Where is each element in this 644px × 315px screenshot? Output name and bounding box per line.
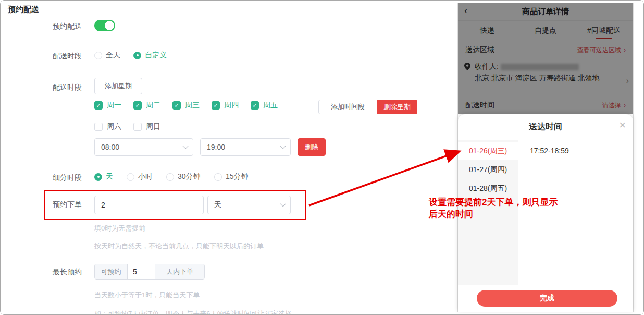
modal-backdrop[interactable]: [458, 3, 633, 114]
end-time-select[interactable]: 19:00: [200, 138, 291, 156]
toggle-knob-icon: [105, 21, 114, 30]
max-booking-prefix: 可预约: [95, 264, 127, 279]
advance-hint-1: 填0时为无需提前: [94, 224, 145, 233]
advance-hint-2: 按天时为自然天，不论当前几点，只能下明天以后的订单: [94, 241, 264, 251]
checkbox-unchecked-icon: [94, 123, 103, 131]
weekday-label: 周二: [146, 101, 160, 110]
reservation-toggle[interactable]: [94, 20, 115, 31]
timeslot-option[interactable]: 17:52-18:59: [530, 147, 569, 155]
checkbox-checked-icon: ✓: [212, 101, 220, 110]
checkbox-checked-icon: ✓: [251, 101, 259, 110]
weekday-checkbox[interactable]: ✓ 周二: [133, 101, 160, 110]
weekday-label: 周五: [263, 101, 278, 110]
end-time-value: 19:00: [207, 143, 225, 151]
weekday-label: 周四: [224, 101, 239, 110]
date-option[interactable]: 01-27(周四): [458, 161, 518, 179]
radio-all-day[interactable]: 全天: [94, 51, 120, 60]
done-button[interactable]: 完成: [477, 290, 617, 307]
radio-off-icon: [214, 173, 222, 181]
app-window: 预约配送 预约配送 配送时段 全天 自定义 配送时段 添加星期 ✓ 周一 ✓ 周…: [0, 0, 644, 315]
week-section-label: 配送时段: [53, 83, 82, 92]
radio-off-icon: [166, 173, 174, 181]
chevron-down-icon: [280, 201, 286, 207]
radio-label: 全天: [106, 51, 120, 60]
checkbox-checked-icon: ✓: [133, 101, 142, 110]
radio-label: 30分钟: [178, 172, 201, 181]
radio-custom[interactable]: 自定义: [133, 51, 167, 60]
max-booking-group: 可预约 天内下单: [94, 264, 205, 280]
checkbox-checked-icon: ✓: [94, 101, 103, 110]
radio-on-icon: [94, 173, 102, 181]
add-week-button[interactable]: 添加星期: [94, 78, 142, 94]
chevron-down-icon: [182, 143, 188, 149]
radio-on-icon: [133, 52, 141, 59]
radio-15min[interactable]: 15分钟: [214, 172, 249, 181]
settings-panel: 预约配送 预约配送 配送时段 全天 自定义 配送时段 添加星期 ✓ 周一 ✓ 周…: [1, 1, 457, 315]
max-booking-label: 最长预约: [53, 268, 82, 277]
advance-order-label: 预约下单: [53, 200, 82, 210]
advance-unit-value: 天: [214, 200, 221, 210]
add-timeslot-button[interactable]: 添加时间段: [318, 100, 377, 114]
weekday-label: 周六: [107, 122, 121, 131]
checkbox-unchecked-icon: [133, 123, 142, 131]
delete-week-button[interactable]: 删除星期: [377, 100, 417, 114]
date-option-selected[interactable]: 01-26(周三): [458, 142, 518, 160]
advance-days-input[interactable]: [94, 196, 204, 214]
radio-off-icon: [127, 173, 134, 181]
radio-hour[interactable]: 小时: [127, 172, 153, 181]
checkbox-checked-icon: ✓: [172, 101, 181, 110]
weekday-checkbox[interactable]: ✓ 周三: [172, 101, 200, 110]
radio-30min[interactable]: 30分钟: [166, 172, 201, 181]
weekday-label: 周三: [185, 101, 200, 110]
radio-off-icon: [94, 52, 102, 59]
weekday-checkbox[interactable]: ✓ 周一: [94, 101, 121, 110]
start-time-value: 08:00: [101, 143, 119, 151]
chevron-down-icon: [280, 143, 286, 149]
weekday-label: 周日: [146, 122, 160, 131]
granularity-label: 细分时段: [53, 173, 82, 183]
close-icon[interactable]: ×: [619, 119, 626, 131]
modal-title: 送达时间: [458, 122, 633, 132]
radio-label: 自定义: [145, 51, 167, 60]
weekday-checkbox[interactable]: 周六: [94, 122, 121, 131]
radio-label: 小时: [138, 172, 153, 181]
delete-timeslot-button[interactable]: 删除: [298, 138, 326, 156]
max-booking-suffix: 天内下单: [155, 264, 204, 279]
advance-unit-select[interactable]: 天: [207, 196, 291, 214]
page-title: 预约配送: [8, 5, 39, 15]
weekday-checkbox[interactable]: ✓ 周四: [212, 101, 239, 110]
radio-label: 天: [106, 172, 113, 181]
max-booking-hint-2: 如：可预约7天内订单，即今天与未来6天的送达时间可让买家选择: [94, 309, 291, 315]
max-booking-input[interactable]: [127, 264, 155, 279]
date-option[interactable]: 01-28(周五): [458, 180, 518, 198]
start-time-select[interactable]: 08:00: [94, 138, 193, 156]
radio-label: 15分钟: [226, 172, 249, 181]
radio-day[interactable]: 天: [94, 172, 113, 181]
weekday-checkbox[interactable]: ✓ 周五: [251, 101, 278, 110]
period-mode-label: 配送时段: [53, 52, 82, 61]
order-preview-panel: ‹ 商品订单详情 快递 自提点 #同城配送 送达区域 查看可送达区域 ›: [457, 3, 634, 312]
weekday-checkbox[interactable]: 周日: [133, 122, 160, 131]
reservation-toggle-label: 预约配送: [53, 22, 82, 31]
delivery-time-modal: 送达时间 × 01-26(周三) 01-27(周四) 01-28(周五) 17:…: [458, 114, 633, 312]
weekday-label: 周一: [107, 101, 121, 110]
max-booking-hint-1: 当天数小于等于1时，只能当天下单: [94, 290, 200, 300]
